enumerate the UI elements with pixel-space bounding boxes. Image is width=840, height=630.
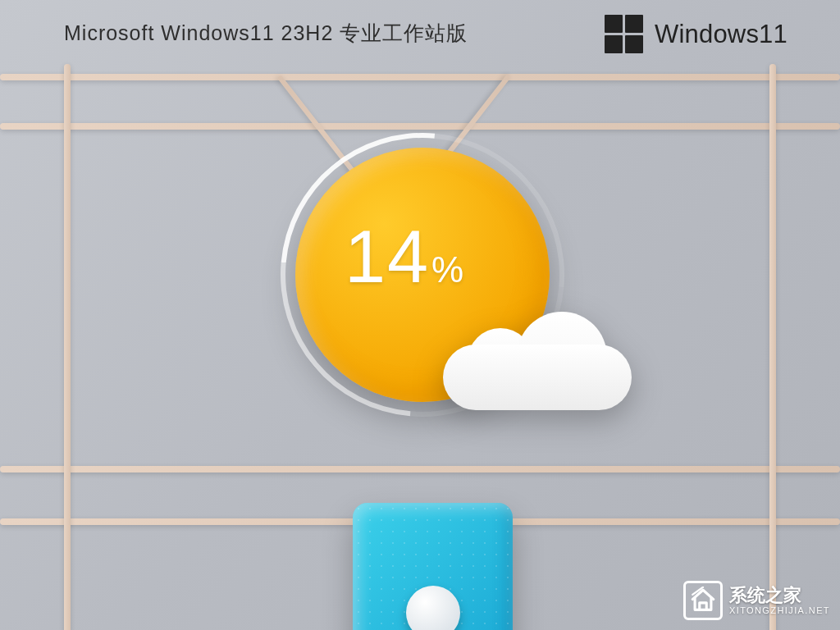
- progress-readout: 14%: [345, 220, 465, 294]
- cloud-icon: [443, 304, 632, 410]
- frame-bar: [0, 74, 840, 80]
- watermark-url: XITONGZHIJIA.NET: [729, 605, 830, 615]
- brand-name: Windows: [655, 20, 759, 48]
- progress-unit: %: [431, 249, 465, 290]
- watermark: 系统之家 XITONGZHIJIA.NET: [683, 581, 830, 620]
- progress-value: 14: [345, 216, 430, 298]
- frame-bar: [64, 64, 71, 630]
- frame-bar: [0, 466, 840, 472]
- house-icon: [683, 581, 723, 620]
- page-title: Microsoft Windows11 23H2 专业工作站版: [64, 20, 468, 47]
- brand-version: 11: [759, 20, 788, 48]
- windows-brand: Windows11: [605, 15, 788, 53]
- brand-text: Windows11: [655, 20, 788, 49]
- windows-logo-icon: [605, 15, 643, 53]
- glass-block: [353, 503, 513, 630]
- frame-bar: [769, 64, 776, 630]
- watermark-title: 系统之家: [729, 586, 830, 605]
- frame-bar: [0, 123, 840, 130]
